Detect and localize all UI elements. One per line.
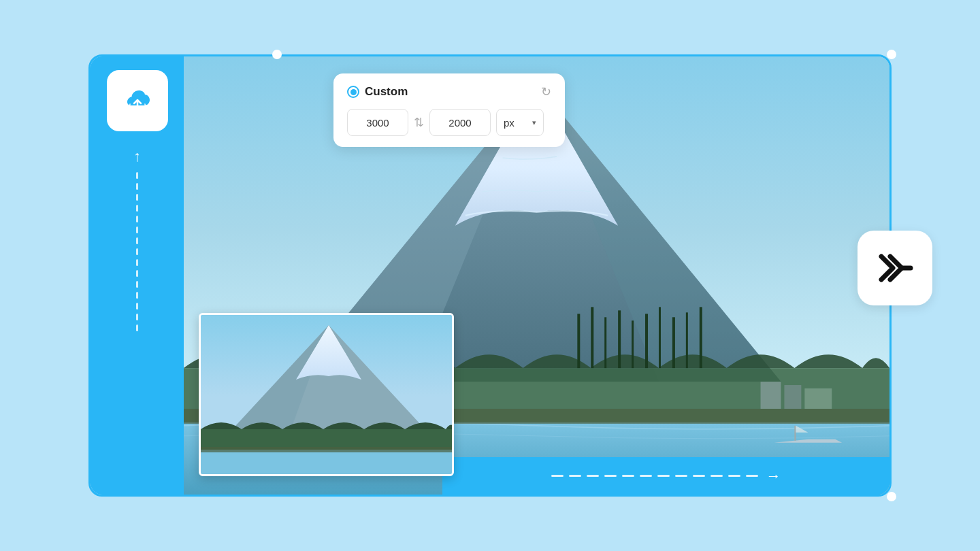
dash-1 xyxy=(551,475,564,477)
svg-point-0 xyxy=(135,107,139,110)
svg-rect-20 xyxy=(201,429,454,450)
cloud-upload-icon xyxy=(119,82,156,119)
thumbnail-image xyxy=(201,315,452,474)
dash-6 xyxy=(640,475,652,477)
height-input[interactable] xyxy=(429,109,491,136)
corner-dot-top-left xyxy=(272,50,282,59)
custom-label: Custom xyxy=(365,85,408,99)
svg-rect-21 xyxy=(201,450,454,476)
svg-rect-5 xyxy=(604,317,606,368)
svg-rect-10 xyxy=(672,317,675,368)
width-input[interactable] xyxy=(347,109,408,136)
svg-rect-16 xyxy=(784,385,801,409)
dash-3 xyxy=(587,475,599,477)
dash-8 xyxy=(675,475,687,477)
arrow-right-icon: → xyxy=(766,467,781,485)
arrow-up-icon: ↑ xyxy=(133,148,141,165)
capcut-icon-box[interactable] xyxy=(858,231,932,305)
svg-rect-4 xyxy=(591,307,593,368)
custom-radio-button[interactable] xyxy=(347,86,359,98)
svg-rect-15 xyxy=(761,382,781,409)
svg-rect-6 xyxy=(618,310,621,368)
progress-arrow-bar: → xyxy=(442,457,889,495)
unit-label: px xyxy=(504,117,514,129)
capcut-logo-icon xyxy=(871,244,919,292)
custom-panel-header: Custom ↻ xyxy=(347,84,551,99)
dash-9 xyxy=(693,475,705,477)
radio-dot-inner xyxy=(350,89,357,95)
refresh-icon[interactable]: ↻ xyxy=(541,84,551,99)
svg-rect-11 xyxy=(686,312,688,368)
chevron-down-icon: ▾ xyxy=(532,118,536,127)
svg-rect-18 xyxy=(794,426,796,441)
corner-dot-bottom-right xyxy=(887,492,896,501)
custom-inputs-row: ⇅ px ▾ xyxy=(347,109,551,136)
dash-10 xyxy=(710,475,723,477)
svg-rect-3 xyxy=(577,314,580,368)
left-panel: ↑ xyxy=(91,56,184,495)
thumbnail-preview xyxy=(199,313,454,476)
main-container: ↑ xyxy=(88,54,892,497)
svg-rect-17 xyxy=(804,388,832,409)
custom-settings-panel: Custom ↻ ⇅ px ▾ xyxy=(333,73,565,147)
dash-11 xyxy=(728,475,740,477)
unit-selector[interactable]: px ▾ xyxy=(496,109,544,136)
upload-arrow-indicator: ↑ xyxy=(133,148,141,495)
dash-7 xyxy=(657,475,670,477)
cloud-upload-box[interactable] xyxy=(107,70,168,131)
dash-12 xyxy=(746,475,758,477)
custom-label-row: Custom xyxy=(347,85,408,99)
svg-rect-7 xyxy=(632,320,634,368)
dash-4 xyxy=(604,475,617,477)
dimension-separator-icon: ⇅ xyxy=(414,115,424,130)
corner-dot-top-right xyxy=(887,50,896,59)
svg-rect-9 xyxy=(659,307,661,368)
svg-rect-8 xyxy=(645,314,648,368)
svg-rect-22 xyxy=(201,447,454,452)
dash-2 xyxy=(569,475,581,477)
dash-5 xyxy=(622,475,634,477)
svg-rect-12 xyxy=(700,307,702,368)
